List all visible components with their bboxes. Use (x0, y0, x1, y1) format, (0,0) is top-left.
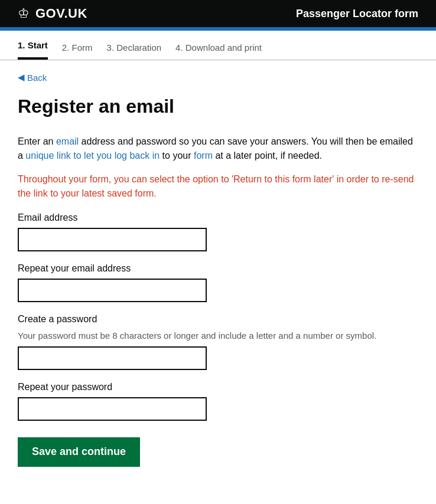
password-label: Create a password (18, 314, 418, 325)
repeat-password-input[interactable] (18, 397, 207, 421)
back-link[interactable]: ◀ Back (18, 72, 47, 83)
main-content: ◀ Back Register an email Enter an email … (0, 60, 436, 490)
step-4-download[interactable]: 4. Download and print (175, 42, 262, 60)
repeat-email-input[interactable] (18, 279, 207, 302)
info-paragraph-2: Throughout your form, you can select the… (18, 172, 418, 201)
page-title: Register an email (18, 94, 418, 118)
email-input[interactable] (18, 228, 207, 251)
save-and-continue-button[interactable]: Save and continue (18, 437, 140, 467)
step-2-form[interactable]: 2. Form (62, 42, 93, 60)
highlight-unique: unique link to let you log back in (25, 150, 160, 161)
gov-logo: ♔ GOV.UK (18, 6, 87, 21)
site-header: ♔ GOV.UK Passenger Locator form (0, 0, 436, 27)
password-input[interactable] (18, 346, 207, 370)
repeat-password-field-group: Repeat your password (18, 382, 418, 421)
gov-logo-text: GOV.UK (35, 6, 87, 21)
repeat-email-label: Repeat your email address (18, 263, 418, 274)
highlight-email: email (56, 136, 79, 146)
crown-icon: ♔ (18, 6, 30, 21)
highlight-form: form (194, 150, 213, 161)
email-field-group: Email address (18, 212, 418, 251)
repeat-password-label: Repeat your password (18, 382, 418, 392)
step-3-declaration[interactable]: 3. Declaration (107, 42, 162, 60)
repeat-email-field-group: Repeat your email address (18, 263, 418, 302)
password-hint: Your password must be 8 characters or lo… (18, 329, 418, 342)
back-arrow-icon: ◀ (18, 72, 25, 83)
back-link-text: Back (27, 73, 47, 83)
steps-nav: 1. Start 2. Form 3. Declaration 4. Downl… (0, 31, 436, 60)
info-paragraph-1: Enter an email address and password so y… (18, 135, 418, 163)
password-field-group: Create a password Your password must be … (18, 314, 418, 370)
step-1-start[interactable]: 1. Start (18, 40, 48, 60)
email-label: Email address (18, 212, 418, 223)
header-title: Passenger Locator form (296, 8, 418, 20)
